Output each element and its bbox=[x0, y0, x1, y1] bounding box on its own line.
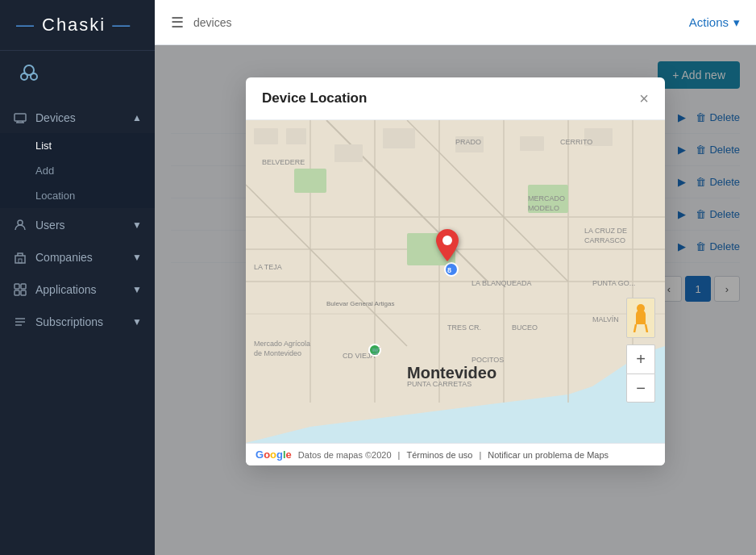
svg-text:de Montevideo: de Montevideo bbox=[254, 349, 301, 357]
actions-chevron-icon: ▾ bbox=[733, 15, 740, 30]
sidebar-item-users[interactable]: Users ▼ bbox=[0, 210, 155, 240]
app-logo: — Chaski — bbox=[0, 0, 155, 51]
report-link[interactable]: Notificar un problema de Maps bbox=[488, 450, 609, 460]
svg-rect-7 bbox=[15, 284, 19, 289]
nav-section-devices: Devices ▲ List Add Location bbox=[0, 102, 155, 208]
svg-text:BELVEDERE: BELVEDERE bbox=[262, 158, 305, 166]
svg-rect-3 bbox=[15, 114, 26, 121]
svg-text:TRES CR.: TRES CR. bbox=[447, 323, 481, 332]
svg-text:POCITOS: POCITOS bbox=[471, 356, 504, 364]
svg-text:🛒: 🛒 bbox=[372, 346, 381, 356]
map-copyright: Datos de mapas ©2020 bbox=[298, 450, 392, 460]
svg-rect-26 bbox=[294, 169, 326, 193]
zoom-in-button[interactable]: + bbox=[626, 344, 655, 373]
svg-text:Montevideo: Montevideo bbox=[407, 364, 496, 382]
separator2: | bbox=[479, 450, 481, 460]
svg-line-62 bbox=[634, 324, 636, 332]
content-area: + Add new ▶ 🗑 Delete ▶ 🗑 Delete ▶ bbox=[155, 45, 756, 555]
map-pin bbox=[436, 229, 459, 269]
sidebar-item-users-label: Users bbox=[35, 219, 65, 232]
actions-button[interactable]: Actions ▾ bbox=[689, 15, 740, 30]
map-zoom-controls: + − bbox=[626, 344, 655, 403]
breadcrumb: devices bbox=[193, 16, 231, 29]
modal-close-button[interactable]: × bbox=[639, 90, 649, 106]
sidebar-item-devices-add[interactable]: Add bbox=[0, 158, 155, 183]
sidebar-item-applications[interactable]: Applications ▼ bbox=[0, 274, 155, 305]
hamburger-icon[interactable]: ☰ bbox=[171, 14, 184, 31]
devices-children: List Add Location bbox=[0, 133, 155, 208]
topbar-left: ☰ devices bbox=[171, 14, 231, 31]
svg-point-60 bbox=[442, 236, 452, 245]
sidebar: — Chaski — Devices bbox=[0, 0, 155, 555]
terms-link[interactable]: Términos de uso bbox=[406, 450, 472, 460]
svg-rect-10 bbox=[21, 290, 26, 295]
zoom-in-icon: + bbox=[636, 350, 646, 369]
modal-title: Device Location bbox=[262, 90, 367, 106]
zoom-out-icon: − bbox=[636, 379, 646, 398]
users-chevron: ▼ bbox=[132, 219, 142, 231]
svg-rect-32 bbox=[383, 128, 415, 148]
svg-rect-30 bbox=[286, 128, 306, 144]
sidebar-item-subscriptions-label: Subscriptions bbox=[35, 315, 103, 328]
sidebar-item-devices-label: Devices bbox=[35, 111, 76, 124]
zoom-out-button[interactable]: − bbox=[626, 373, 655, 403]
map-svg: BELVEDERE PRADO CERRITO MERCADO MODELO L… bbox=[246, 120, 665, 443]
separator: | bbox=[398, 450, 401, 460]
svg-text:BUCEO: BUCEO bbox=[512, 323, 538, 332]
svg-text:CERRITO: CERRITO bbox=[560, 138, 592, 146]
sidebar-item-devices-list[interactable]: List bbox=[0, 133, 155, 158]
svg-rect-9 bbox=[15, 290, 19, 295]
companies-icon bbox=[13, 250, 27, 265]
svg-text:PRADO: PRADO bbox=[455, 138, 481, 146]
svg-line-63 bbox=[646, 324, 647, 332]
devices-icon bbox=[13, 111, 27, 125]
svg-text:CARRASCO: CARRASCO bbox=[584, 236, 625, 244]
map-footer-links: Datos de mapas ©2020 | Términos de uso |… bbox=[298, 450, 609, 460]
sidebar-item-companies-label: Companies bbox=[35, 251, 93, 264]
svg-rect-8 bbox=[21, 284, 26, 289]
sidebar-item-companies[interactable]: Companies ▼ bbox=[0, 242, 155, 273]
logo-icon bbox=[16, 59, 42, 85]
svg-text:LA CRUZ DE: LA CRUZ DE bbox=[584, 227, 627, 235]
street-view-button[interactable] bbox=[626, 298, 655, 338]
actions-label: Actions bbox=[689, 15, 729, 29]
sidebar-nav: Devices ▲ List Add Location bbox=[0, 96, 155, 555]
nav-section-applications: Applications ▼ bbox=[0, 274, 155, 305]
sidebar-item-devices-location[interactable]: Location bbox=[0, 183, 155, 208]
svg-point-2 bbox=[31, 73, 37, 80]
logo-dash-right: — bbox=[112, 15, 131, 35]
svg-text:MALVÍN: MALVÍN bbox=[592, 315, 619, 323]
sidebar-item-subscriptions[interactable]: Subscriptions ▼ bbox=[0, 307, 155, 337]
companies-chevron: ▼ bbox=[132, 252, 142, 263]
svg-text:PUNTA GO...: PUNTA GO... bbox=[592, 279, 635, 287]
modal-overlay[interactable]: Device Location × bbox=[155, 45, 756, 555]
topbar: ☰ devices Actions ▾ bbox=[155, 0, 756, 45]
logo-dash-left: — bbox=[16, 15, 35, 35]
subscriptions-chevron: ▼ bbox=[132, 316, 142, 328]
map-container: BELVEDERE PRADO CERRITO MERCADO MODELO L… bbox=[246, 120, 665, 443]
applications-chevron: ▼ bbox=[132, 284, 142, 295]
svg-text:Bulevar General Artigas: Bulevar General Artigas bbox=[326, 300, 395, 307]
modal-header: Device Location × bbox=[246, 77, 665, 120]
app-name: Chaski bbox=[42, 15, 106, 35]
svg-text:Mercado Agrícola: Mercado Agrícola bbox=[254, 340, 310, 348]
users-icon bbox=[13, 218, 27, 232]
svg-text:LA TEJA: LA TEJA bbox=[254, 263, 282, 271]
svg-rect-34 bbox=[520, 136, 544, 151]
nav-section-users: Users ▼ bbox=[0, 210, 155, 240]
svg-text:MODELO: MODELO bbox=[528, 204, 559, 212]
subscriptions-icon bbox=[13, 315, 27, 329]
main-content: ☰ devices Actions ▾ + Add new ▶ 🗑 Delete… bbox=[155, 0, 756, 555]
nav-section-subscriptions: Subscriptions ▼ bbox=[0, 307, 155, 337]
svg-text:MERCADO: MERCADO bbox=[528, 194, 565, 202]
sidebar-item-applications-label: Applications bbox=[35, 283, 97, 296]
device-location-modal: Device Location × bbox=[246, 77, 665, 465]
modal-body: BELVEDERE PRADO CERRITO MERCADO MODELO L… bbox=[246, 120, 665, 465]
svg-rect-31 bbox=[334, 144, 363, 162]
svg-text:LA BLANQUEADA: LA BLANQUEADA bbox=[471, 279, 532, 287]
google-logo: Google bbox=[255, 449, 292, 461]
nav-section-companies: Companies ▼ bbox=[0, 242, 155, 273]
svg-point-4 bbox=[18, 220, 23, 225]
sidebar-item-devices[interactable]: Devices ▲ bbox=[0, 102, 155, 133]
applications-icon bbox=[13, 282, 27, 297]
